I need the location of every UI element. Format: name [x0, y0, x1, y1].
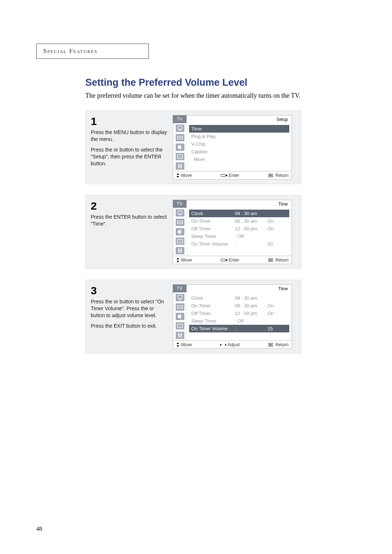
svg-rect-42	[269, 344, 270, 345]
osd-item-label: Clock	[191, 211, 235, 216]
osd-side-icon-4	[176, 332, 184, 339]
osd-item-label: Caption	[191, 149, 235, 154]
svg-point-23	[178, 249, 179, 250]
svg-point-40	[181, 334, 182, 335]
osd-side-icon-3	[176, 238, 184, 245]
osd-menu-item[interactable]: Off Timer 12 : 00 pm On	[189, 310, 289, 317]
osd-menu-item[interactable]: Clock 09 : 30 am	[189, 294, 289, 302]
osd-item-value: 12 : 00 pm	[235, 311, 268, 316]
osd-item-status: On	[268, 226, 282, 231]
osd-menu-item[interactable]: Sleep Timer : Off	[189, 232, 289, 240]
osd-panel: TV Setup Time Plug & Play V-Chip Caption…	[173, 115, 292, 179]
step-right: TV Time Clock 09 : 30 am On Timer 06 : 3…	[173, 284, 296, 349]
svg-rect-26	[221, 259, 226, 261]
osd-item-value: 06 : 30 am	[235, 218, 268, 224]
step-instruction: Press the EXIT button to exit.	[91, 323, 169, 329]
osd-item-label: Off Timer	[191, 226, 235, 231]
osd-menu-item[interactable]: On Timer 06 : 30 am On	[189, 217, 289, 225]
osd-footer: Move Adjust Return	[173, 341, 292, 349]
osd-item-label: V-Chip	[191, 141, 235, 147]
svg-point-38	[178, 333, 179, 335]
osd-side-icon-0	[176, 125, 184, 132]
osd-item-value: : Off	[235, 318, 268, 324]
osd-side-icon-2	[176, 313, 184, 320]
svg-rect-15	[178, 211, 182, 214]
osd-item-status	[268, 234, 282, 239]
osd-footer: Move Enter Return	[173, 171, 292, 179]
svg-rect-11	[221, 174, 226, 177]
svg-rect-31	[179, 299, 181, 300]
svg-rect-16	[179, 214, 181, 215]
osd-item-value: 12 : 00 pm	[235, 226, 268, 231]
osd-menu-item[interactable]: Caption	[189, 148, 289, 155]
osd-header-source: TV	[173, 200, 187, 208]
svg-rect-27	[268, 259, 273, 262]
osd-item-label: Sleep Timer	[191, 318, 235, 324]
svg-rect-12	[268, 174, 273, 177]
osd-item-value: :	[235, 326, 268, 331]
return-icon	[268, 174, 274, 177]
osd-menu-item[interactable]: Sleep Timer : Off	[189, 317, 289, 325]
osd-menu-item[interactable]: On Timer Volume : 10	[189, 240, 289, 248]
osd-side-icon-4	[176, 247, 184, 254]
osd-header-title: Setup	[187, 115, 292, 123]
svg-rect-30	[178, 295, 182, 299]
osd-icon-column	[173, 292, 187, 340]
osd-side-icon-2	[176, 143, 184, 151]
svg-rect-36	[180, 333, 180, 337]
osd-menu-item[interactable]: On Timer Volume : 15	[189, 325, 289, 332]
osd-side-icon-4	[176, 162, 184, 170]
osd-item-status: 15	[268, 326, 282, 331]
osd-panel: TV Time Clock 09 : 30 am On Timer 06 : 3…	[173, 284, 292, 349]
osd-item-list: Clock 09 : 30 am On Timer 06 : 30 am On …	[187, 208, 291, 256]
osd-footer-move: Move	[176, 258, 192, 263]
osd-footer-mid: Enter	[221, 173, 239, 178]
osd-menu-item[interactable]: Off Timer 12 : 00 pm On	[189, 225, 289, 232]
osd-side-icon-0	[176, 209, 184, 217]
osd-item-status	[268, 211, 282, 216]
osd-header-title: Time	[187, 284, 292, 292]
svg-rect-34	[177, 324, 183, 328]
osd-icon-column	[173, 208, 187, 256]
osd-footer-mid: Enter	[221, 258, 239, 263]
svg-rect-43	[271, 344, 271, 345]
osd-item-label: On Timer Volume	[191, 326, 235, 331]
osd-menu-item[interactable]: Plug & Play	[189, 133, 289, 140]
osd-footer: Move Enter Return	[173, 256, 292, 264]
svg-rect-22	[181, 248, 182, 253]
osd-side-icon-1	[176, 134, 184, 141]
osd-menu-item[interactable]: V-Chip	[189, 140, 289, 148]
osd-item-status	[268, 134, 282, 139]
osd-side-icon-3	[176, 322, 184, 329]
osd-menu-item[interactable]: More	[189, 155, 289, 163]
osd-header-title: Time	[187, 200, 292, 208]
page-description: The preferred volume can be set for when…	[85, 92, 356, 100]
svg-point-10	[181, 165, 182, 166]
section-header: Special Features	[43, 48, 142, 55]
step-block: 3 Press the or button to select "On Time…	[85, 280, 301, 353]
svg-rect-19	[177, 239, 183, 243]
osd-side-icon-1	[176, 303, 184, 311]
step-number: 1	[91, 115, 169, 128]
osd-item-status: On	[268, 303, 282, 308]
osd-item-status	[270, 157, 285, 162]
osd-menu-item[interactable]: Time	[189, 125, 289, 133]
osd-footer-return: Return	[268, 173, 289, 178]
osd-item-value: 09 : 30 am	[235, 295, 268, 301]
osd-item-value: 09 : 30 am	[235, 211, 268, 216]
osd-footer-move: Move	[176, 342, 192, 347]
svg-rect-4	[177, 155, 183, 158]
step-right: TV Setup Time Plug & Play V-Chip Caption…	[173, 115, 296, 179]
step-left: 2 Press the ENTER button to select "Time…	[91, 200, 173, 264]
osd-menu-item[interactable]: Clock 09 : 30 am	[189, 210, 289, 217]
svg-rect-7	[181, 164, 182, 168]
updown-icon	[176, 258, 180, 262]
step-number: 3	[91, 284, 169, 297]
osd-side-icon-0	[176, 294, 184, 301]
svg-rect-28	[269, 259, 270, 261]
osd-side-icon-1	[176, 219, 184, 226]
osd-menu-item[interactable]: On Timer 06 : 30 am On	[189, 302, 289, 310]
return-icon	[268, 343, 274, 347]
osd-item-status: On	[268, 311, 282, 316]
osd-item-label: Time	[191, 126, 235, 132]
